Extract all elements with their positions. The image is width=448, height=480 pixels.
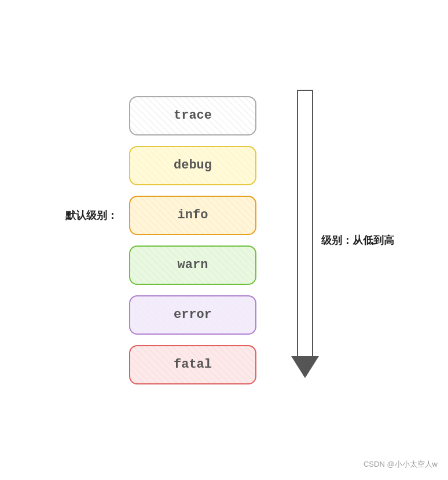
level-label-warn: warn bbox=[178, 258, 208, 272]
level-label-error: error bbox=[174, 307, 212, 322]
level-row-debug: debug bbox=[129, 146, 256, 185]
level-row-error: error bbox=[129, 295, 256, 335]
level-box-fatal: fatal bbox=[129, 345, 256, 384]
level-row-trace: trace bbox=[129, 96, 256, 135]
level-box-warn: warn bbox=[129, 246, 256, 285]
level-row-fatal: fatal bbox=[129, 345, 256, 384]
level-label-debug: debug bbox=[174, 158, 212, 173]
level-row-info: 默认级别： info bbox=[129, 196, 256, 235]
level-label-info: info bbox=[178, 208, 208, 222]
arrow-label: 级别：从低到高 bbox=[321, 233, 394, 247]
level-list: trace debug 默认级别： info warn error bbox=[129, 96, 256, 384]
level-box-trace: trace bbox=[129, 96, 256, 135]
level-row-warn: warn bbox=[129, 246, 256, 285]
level-box-debug: debug bbox=[129, 146, 256, 185]
default-level-label: 默认级别： bbox=[65, 208, 117, 222]
arrow-shaft bbox=[297, 90, 313, 356]
level-label-fatal: fatal bbox=[174, 357, 212, 372]
main-container: trace debug 默认级别： info warn error bbox=[0, 0, 448, 480]
watermark: CSDN @小小太空人w bbox=[363, 459, 438, 470]
level-box-info: info bbox=[129, 196, 256, 235]
level-label-trace: trace bbox=[174, 108, 212, 123]
level-box-error: error bbox=[129, 295, 256, 335]
level-arrow: 级别：从低到高 bbox=[291, 90, 319, 391]
arrow-head bbox=[291, 356, 319, 378]
